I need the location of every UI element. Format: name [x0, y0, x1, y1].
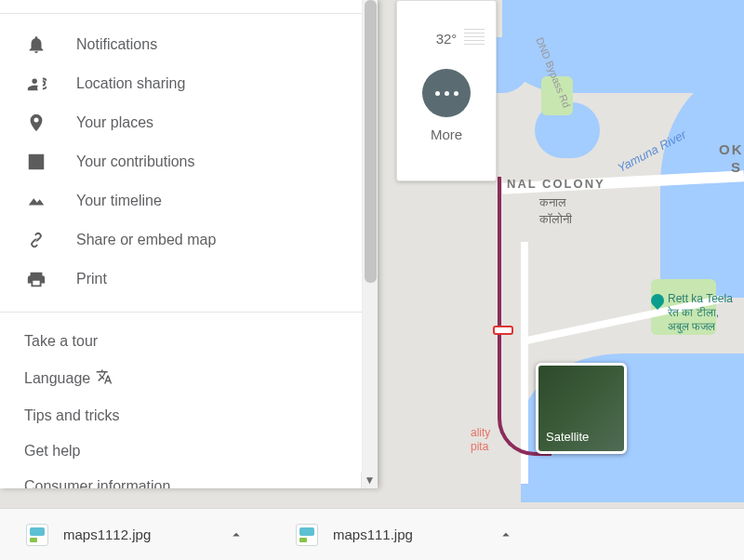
menu-your-timeline[interactable]: Your timeline [0, 181, 378, 220]
satellite-toggle-label: Satellite [546, 430, 589, 444]
place-pin-icon [24, 111, 48, 135]
quick-actions-card: 32° More [396, 0, 497, 181]
download-item-menu[interactable] [223, 522, 249, 548]
translate-icon [96, 368, 113, 389]
poi-rett-ka-teela[interactable]: Rett ka Teela रेत का टीला, अबुल फजल [651, 292, 733, 334]
poi-hospital[interactable]: ality pita [471, 426, 490, 454]
location-sharing-icon [24, 72, 48, 96]
menu-item-label: Print [76, 271, 107, 287]
satellite-toggle[interactable]: Satellite [536, 363, 627, 454]
east-area-label-1: OK [719, 141, 744, 157]
drawer-links: Take a tour Language Tips and tricks Get… [0, 313, 378, 488]
poi-pin-icon [648, 291, 667, 310]
menu-your-contributions[interactable]: Your contributions [0, 142, 378, 181]
print-icon [24, 267, 48, 291]
link-tips-tricks[interactable]: Tips and tricks [24, 398, 378, 433]
link-icon [24, 228, 48, 252]
drawer-scrollbar[interactable] [362, 0, 378, 472]
link-consumer-info[interactable]: Consumer information [24, 469, 378, 488]
side-drawer: Notifications Location sharing Your plac… [0, 0, 378, 488]
contributions-icon [24, 150, 48, 174]
timeline-icon [24, 189, 48, 213]
downloads-bar: maps1112.jpg maps111.jpg [0, 508, 744, 560]
menu-item-label: Your timeline [76, 193, 162, 209]
menu-item-label: Notifications [76, 36, 157, 53]
menu-item-label: Location sharing [76, 75, 185, 92]
more-actions-label: More [397, 127, 496, 142]
menu-share-embed[interactable]: Share or embed map [0, 220, 378, 260]
bell-icon [24, 33, 48, 57]
menu-print[interactable]: Print [0, 260, 378, 299]
area-label: NAL COLONY [507, 177, 605, 191]
link-language[interactable]: Language [24, 359, 378, 398]
weather-fog-icon [464, 29, 485, 46]
link-get-help[interactable]: Get help [24, 433, 378, 469]
download-item[interactable]: maps1112.jpg [17, 516, 259, 553]
drawer-menu: Notifications Location sharing Your plac… [0, 14, 378, 312]
poi-sub1: रेत का टीला, [668, 306, 733, 320]
menu-item-label: Your places [76, 114, 153, 131]
area-label-native-1: कनाल [539, 195, 566, 210]
download-item[interactable]: maps111.jpg [286, 516, 528, 553]
east-area-label-2: S [731, 159, 742, 175]
area-label-native-2: कॉलोनी [539, 212, 572, 227]
image-file-icon [26, 524, 48, 546]
drawer-scroll-down[interactable]: ▼ [361, 472, 378, 488]
download-item-menu[interactable] [493, 522, 519, 548]
drawer-scroll-thumb[interactable] [365, 0, 377, 283]
menu-notifications[interactable]: Notifications [0, 25, 378, 64]
poi-name: Rett ka Teela [668, 292, 733, 306]
menu-item-label: Your contributions [76, 153, 195, 170]
metro-stop-icon [493, 326, 513, 335]
menu-item-label: Share or embed map [76, 232, 216, 248]
menu-your-places[interactable]: Your places [0, 103, 378, 142]
image-file-icon [296, 524, 318, 546]
poi-sub2: अबुल फजल [668, 320, 733, 334]
more-actions-button[interactable] [422, 69, 471, 117]
download-filename: maps1112.jpg [63, 527, 208, 542]
download-filename: maps111.jpg [333, 527, 478, 542]
menu-location-sharing[interactable]: Location sharing [0, 64, 378, 103]
link-take-a-tour[interactable]: Take a tour [24, 324, 378, 359]
